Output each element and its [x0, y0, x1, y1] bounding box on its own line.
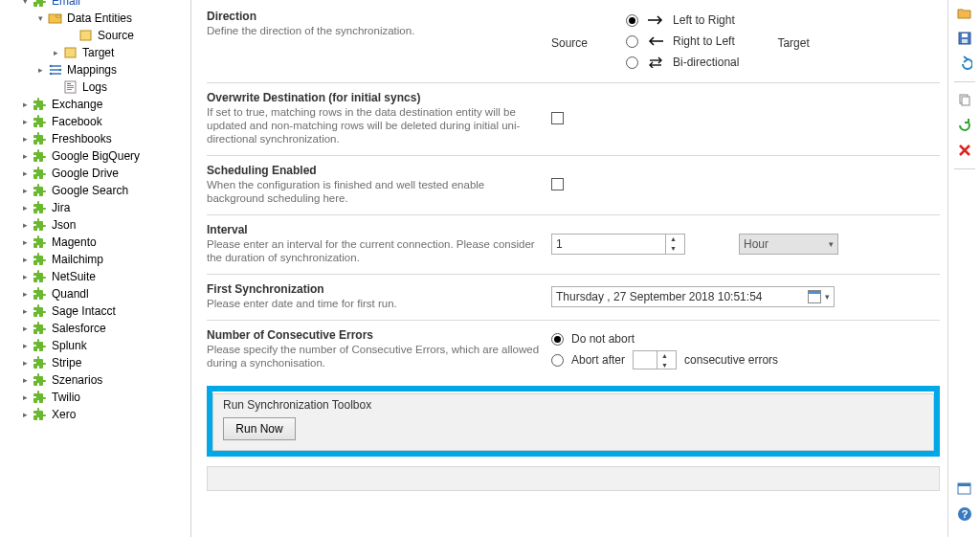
radio-bi-directional[interactable]: Bi-directional	[626, 52, 739, 73]
help-icon[interactable]: ?	[954, 504, 975, 524]
run-now-button[interactable]: Run Now	[223, 417, 296, 440]
tree-node-connector[interactable]: ▸Json	[0, 216, 190, 234]
save-icon[interactable]	[954, 29, 975, 48]
copy-icon[interactable]	[954, 91, 975, 110]
groupbox-legend: Run Synchronization Toolbox	[223, 398, 924, 412]
chevron-right-icon[interactable]: ▸	[50, 47, 61, 58]
chevron-right-icon[interactable]: ▸	[19, 357, 31, 369]
section-title: Overwrite Destination (for initial syncs…	[207, 91, 540, 104]
undo-icon[interactable]	[954, 54, 975, 73]
chevron-right-icon[interactable]: ▸	[19, 116, 31, 127]
radio-icon[interactable]	[626, 35, 638, 48]
tree-node-connector[interactable]: ▸Magento	[0, 234, 190, 251]
tree-label: Source	[98, 27, 134, 44]
tree-node-connector[interactable]: ▸Mailchimp	[0, 251, 190, 268]
tree-node-connector[interactable]: ▸Freshbooks	[0, 130, 190, 147]
tree-node-connector[interactable]: ▸Stripe	[0, 354, 190, 371]
chevron-right-icon[interactable]: ▸	[19, 168, 31, 179]
tree-label: Facebook	[52, 113, 102, 130]
first-sync-datetime-input[interactable]: Thursday , 27 September 2018 10:51:54 ▾	[551, 286, 835, 307]
puzzle-icon	[33, 355, 48, 370]
svg-point-1	[56, 15, 61, 17]
tree-node-connector[interactable]: ▸Facebook	[0, 113, 190, 130]
radio-icon[interactable]	[551, 333, 564, 346]
tree-node-target[interactable]: ▸ Target	[0, 44, 190, 61]
tree-label: Stripe	[52, 354, 81, 371]
column-source-label: Source	[551, 36, 588, 50]
tree-node-connector[interactable]: ▸Sage Intacct	[0, 302, 190, 320]
chevron-right-icon[interactable]: ▸	[19, 133, 31, 145]
chevron-down-icon[interactable]: ▾	[825, 292, 830, 302]
section-direction: Direction Define the direction of the sy…	[207, 0, 940, 83]
section-title: Number of Consecutive Errors	[207, 328, 540, 342]
chevron-right-icon[interactable]: ▸	[19, 374, 31, 386]
section-consecutive-errors: Number of Consecutive Errors Please spec…	[207, 321, 940, 380]
open-icon[interactable]	[954, 4, 975, 23]
radio-icon[interactable]	[551, 354, 564, 367]
spinner-icon[interactable]: ▲▼	[657, 351, 672, 369]
window-icon[interactable]	[954, 480, 975, 499]
refresh-icon[interactable]	[954, 116, 975, 135]
tree-node-mappings[interactable]: ▸ Mappings	[0, 61, 190, 78]
tree-label: Xero	[52, 406, 76, 423]
tree-node-logs[interactable]: Logs	[0, 78, 190, 96]
tree-view[interactable]: ▾ Email ▾ Data Entities Source ▸ Ta	[0, 0, 191, 537]
tree-node-source[interactable]: Source	[0, 27, 190, 44]
chevron-right-icon[interactable]: ▸	[19, 185, 31, 196]
chevron-right-icon[interactable]: ▸	[19, 305, 31, 317]
interval-unit: Hour	[744, 237, 768, 251]
tree-node-data-entities[interactable]: ▾ Data Entities	[0, 10, 190, 27]
spinner-icon[interactable]: ▲▼	[665, 235, 680, 254]
chevron-down-icon[interactable]: ▾	[34, 12, 46, 24]
chevron-right-icon[interactable]: ▸	[19, 99, 31, 110]
radio-abort-after[interactable]: Abort after ▲▼ consecutive errors	[551, 349, 778, 370]
chevron-down-icon[interactable]: ▾	[19, 0, 31, 7]
tree-node-connector[interactable]: ▸Jira	[0, 199, 190, 216]
abort-count-input[interactable]: ▲▼	[633, 350, 677, 369]
chevron-right-icon[interactable]: ▸	[19, 254, 31, 265]
chevron-right-icon[interactable]: ▸	[19, 271, 31, 282]
section-desc: Please enter date and time for first run…	[207, 297, 540, 310]
tree-node-connector[interactable]: ▸Google BigQuery	[0, 147, 190, 165]
tree-node-connector[interactable]: ▸Exchange	[0, 96, 190, 113]
delete-icon[interactable]	[954, 141, 975, 160]
tree-node-connector[interactable]: ▸NetSuite	[0, 268, 190, 285]
chevron-right-icon[interactable]: ▸	[34, 64, 46, 76]
radio-do-not-abort[interactable]: Do not abort	[551, 328, 778, 349]
tree-label: Mappings	[67, 61, 117, 78]
tree-node-connector[interactable]: ▸Twilio	[0, 389, 190, 406]
tree-node-connector[interactable]: ▸Quandl	[0, 285, 190, 302]
chevron-right-icon[interactable]: ▸	[19, 409, 31, 420]
radio-icon[interactable]	[626, 14, 638, 27]
overwrite-checkbox[interactable]	[551, 112, 564, 124]
chevron-right-icon[interactable]: ▸	[19, 288, 31, 300]
chevron-right-icon[interactable]: ▸	[19, 236, 31, 248]
tree-node-connector[interactable]: ▸Google Drive	[0, 165, 190, 182]
entity-icon	[63, 45, 78, 60]
puzzle-icon	[33, 390, 48, 405]
chevron-right-icon[interactable]: ▸	[19, 219, 31, 231]
scheduling-checkbox[interactable]	[551, 178, 564, 190]
radio-icon[interactable]	[626, 56, 638, 69]
calendar-icon[interactable]	[808, 290, 821, 303]
tree-node-connector[interactable]: ▸Salesforce	[0, 320, 190, 337]
tree-node-connector[interactable]: ▸Szenarios	[0, 371, 190, 389]
svg-point-4	[50, 65, 53, 68]
radio-right-to-left[interactable]: Right to Left	[626, 31, 739, 52]
chevron-right-icon[interactable]: ▸	[19, 323, 31, 334]
puzzle-icon	[33, 235, 48, 250]
tree-node-email[interactable]: ▾ Email	[0, 0, 190, 10]
radio-left-to-right[interactable]: Left to Right	[626, 10, 739, 31]
direction-options: Left to Right Right to Left Bi-direction…	[626, 10, 739, 73]
chevron-right-icon[interactable]: ▸	[19, 150, 31, 162]
interval-unit-select[interactable]: Hour ▾	[739, 234, 838, 255]
chevron-right-icon[interactable]: ▸	[19, 392, 31, 403]
tree-node-connector[interactable]: ▸Xero	[0, 406, 190, 423]
chevron-right-icon[interactable]: ▸	[19, 202, 31, 213]
svg-text:?: ?	[961, 508, 968, 520]
interval-value-input[interactable]: 1 ▲▼	[551, 234, 685, 255]
section-first-sync: First Synchronization Please enter date …	[207, 275, 940, 321]
tree-node-connector[interactable]: ▸Google Search	[0, 182, 190, 199]
tree-node-connector[interactable]: ▸Splunk	[0, 337, 190, 354]
chevron-right-icon[interactable]: ▸	[19, 340, 31, 351]
